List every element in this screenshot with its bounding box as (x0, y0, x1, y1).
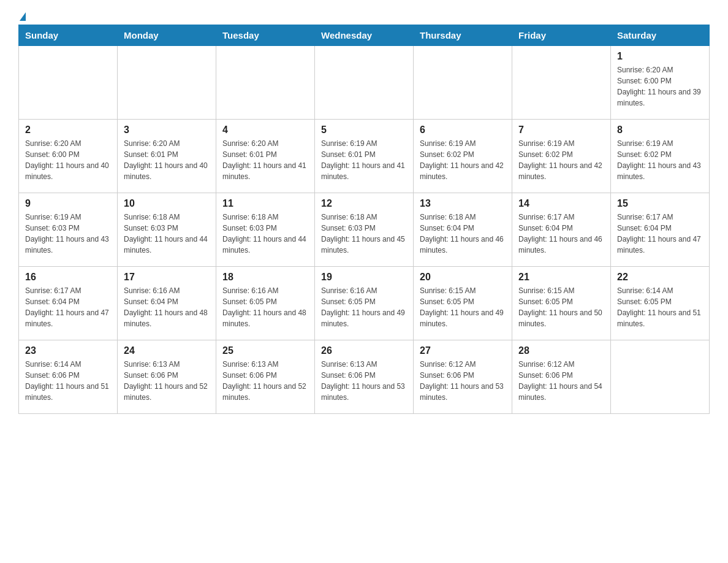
logo-triangle-icon (20, 12, 26, 21)
calendar-cell: 7Sunrise: 6:19 AM Sunset: 6:02 PM Daylig… (512, 120, 611, 193)
calendar-cell: 28Sunrise: 6:12 AM Sunset: 6:06 PM Dayli… (512, 340, 611, 414)
calendar-table: SundayMondayTuesdayWednesdayThursdayFrid… (18, 25, 710, 414)
day-number: 9 (25, 198, 111, 209)
day-of-week-header: Monday (118, 25, 216, 46)
day-number: 27 (420, 345, 506, 356)
calendar-week-row: 23Sunrise: 6:14 AM Sunset: 6:06 PM Dayli… (19, 340, 710, 414)
day-of-week-header: Friday (512, 25, 611, 46)
calendar-cell (611, 340, 710, 414)
day-of-week-header: Sunday (19, 25, 118, 46)
day-number: 11 (222, 198, 308, 209)
day-info: Sunrise: 6:17 AM Sunset: 6:04 PM Dayligh… (518, 212, 604, 256)
calendar-cell: 4Sunrise: 6:20 AM Sunset: 6:01 PM Daylig… (216, 120, 315, 193)
calendar-cell: 13Sunrise: 6:18 AM Sunset: 6:04 PM Dayli… (414, 193, 512, 267)
calendar-cell: 26Sunrise: 6:13 AM Sunset: 6:06 PM Dayli… (315, 340, 414, 414)
calendar-cell: 5Sunrise: 6:19 AM Sunset: 6:01 PM Daylig… (315, 120, 414, 193)
calendar-cell: 1Sunrise: 6:20 AM Sunset: 6:00 PM Daylig… (611, 46, 710, 120)
day-number: 28 (518, 345, 604, 356)
calendar-cell: 23Sunrise: 6:14 AM Sunset: 6:06 PM Dayli… (19, 340, 118, 414)
day-number: 3 (124, 124, 210, 136)
day-number: 19 (321, 272, 407, 283)
day-number: 5 (321, 124, 407, 136)
day-number: 21 (518, 272, 604, 283)
day-info: Sunrise: 6:20 AM Sunset: 6:00 PM Dayligh… (617, 64, 703, 109)
calendar-cell (19, 46, 118, 120)
day-info: Sunrise: 6:14 AM Sunset: 6:06 PM Dayligh… (25, 359, 111, 403)
day-info: Sunrise: 6:19 AM Sunset: 6:01 PM Dayligh… (321, 138, 407, 182)
day-info: Sunrise: 6:18 AM Sunset: 6:04 PM Dayligh… (420, 212, 506, 256)
day-of-week-header: Tuesday (216, 25, 315, 46)
day-info: Sunrise: 6:13 AM Sunset: 6:06 PM Dayligh… (321, 359, 407, 403)
day-number: 2 (25, 124, 111, 136)
day-info: Sunrise: 6:13 AM Sunset: 6:06 PM Dayligh… (124, 359, 210, 403)
calendar-cell: 9Sunrise: 6:19 AM Sunset: 6:03 PM Daylig… (19, 193, 118, 267)
day-info: Sunrise: 6:15 AM Sunset: 6:05 PM Dayligh… (420, 285, 506, 329)
day-info: Sunrise: 6:14 AM Sunset: 6:05 PM Dayligh… (617, 285, 703, 329)
day-number: 12 (321, 198, 407, 209)
day-info: Sunrise: 6:19 AM Sunset: 6:02 PM Dayligh… (420, 138, 506, 182)
day-of-week-header: Wednesday (315, 25, 414, 46)
calendar-cell: 24Sunrise: 6:13 AM Sunset: 6:06 PM Dayli… (118, 340, 216, 414)
calendar-cell (315, 46, 414, 120)
day-number: 13 (420, 198, 506, 209)
calendar-cell: 25Sunrise: 6:13 AM Sunset: 6:06 PM Dayli… (216, 340, 315, 414)
day-info: Sunrise: 6:16 AM Sunset: 6:05 PM Dayligh… (321, 285, 407, 329)
day-number: 16 (25, 272, 111, 283)
day-info: Sunrise: 6:18 AM Sunset: 6:03 PM Dayligh… (321, 212, 407, 256)
day-number: 8 (617, 124, 703, 136)
day-info: Sunrise: 6:19 AM Sunset: 6:02 PM Dayligh… (617, 138, 703, 182)
calendar-cell (118, 46, 216, 120)
day-number: 22 (617, 272, 703, 283)
day-info: Sunrise: 6:12 AM Sunset: 6:06 PM Dayligh… (518, 359, 604, 403)
day-info: Sunrise: 6:19 AM Sunset: 6:03 PM Dayligh… (25, 212, 111, 256)
calendar-cell: 11Sunrise: 6:18 AM Sunset: 6:03 PM Dayli… (216, 193, 315, 267)
calendar-cell: 16Sunrise: 6:17 AM Sunset: 6:04 PM Dayli… (19, 267, 118, 340)
day-number: 20 (420, 272, 506, 283)
calendar-cell: 19Sunrise: 6:16 AM Sunset: 6:05 PM Dayli… (315, 267, 414, 340)
calendar-cell: 8Sunrise: 6:19 AM Sunset: 6:02 PM Daylig… (611, 120, 710, 193)
calendar-cell: 22Sunrise: 6:14 AM Sunset: 6:05 PM Dayli… (611, 267, 710, 340)
day-info: Sunrise: 6:16 AM Sunset: 6:05 PM Dayligh… (222, 285, 308, 329)
day-number: 10 (124, 198, 210, 209)
day-number: 17 (124, 272, 210, 283)
day-number: 18 (222, 272, 308, 283)
day-number: 6 (420, 124, 506, 136)
day-number: 26 (321, 345, 407, 356)
calendar-header-row: SundayMondayTuesdayWednesdayThursdayFrid… (19, 25, 710, 46)
logo (18, 12, 26, 18)
day-info: Sunrise: 6:20 AM Sunset: 6:00 PM Dayligh… (25, 138, 111, 182)
day-info: Sunrise: 6:15 AM Sunset: 6:05 PM Dayligh… (518, 285, 604, 329)
day-info: Sunrise: 6:17 AM Sunset: 6:04 PM Dayligh… (617, 212, 703, 256)
calendar-cell: 10Sunrise: 6:18 AM Sunset: 6:03 PM Dayli… (118, 193, 216, 267)
day-info: Sunrise: 6:18 AM Sunset: 6:03 PM Dayligh… (124, 212, 210, 256)
page-header (18, 12, 710, 18)
day-number: 23 (25, 345, 111, 356)
day-number: 7 (518, 124, 604, 136)
calendar-cell: 14Sunrise: 6:17 AM Sunset: 6:04 PM Dayli… (512, 193, 611, 267)
calendar-cell: 21Sunrise: 6:15 AM Sunset: 6:05 PM Dayli… (512, 267, 611, 340)
calendar-cell: 27Sunrise: 6:12 AM Sunset: 6:06 PM Dayli… (414, 340, 512, 414)
calendar-cell: 20Sunrise: 6:15 AM Sunset: 6:05 PM Dayli… (414, 267, 512, 340)
day-info: Sunrise: 6:12 AM Sunset: 6:06 PM Dayligh… (420, 359, 506, 403)
day-info: Sunrise: 6:16 AM Sunset: 6:04 PM Dayligh… (124, 285, 210, 329)
day-info: Sunrise: 6:18 AM Sunset: 6:03 PM Dayligh… (222, 212, 308, 256)
day-info: Sunrise: 6:17 AM Sunset: 6:04 PM Dayligh… (25, 285, 111, 329)
calendar-cell (414, 46, 512, 120)
calendar-week-row: 2Sunrise: 6:20 AM Sunset: 6:00 PM Daylig… (19, 120, 710, 193)
day-info: Sunrise: 6:13 AM Sunset: 6:06 PM Dayligh… (222, 359, 308, 403)
calendar-cell: 3Sunrise: 6:20 AM Sunset: 6:01 PM Daylig… (118, 120, 216, 193)
day-number: 25 (222, 345, 308, 356)
day-number: 1 (617, 51, 703, 62)
calendar-week-row: 9Sunrise: 6:19 AM Sunset: 6:03 PM Daylig… (19, 193, 710, 267)
day-info: Sunrise: 6:20 AM Sunset: 6:01 PM Dayligh… (222, 138, 308, 182)
day-number: 14 (518, 198, 604, 209)
day-number: 15 (617, 198, 703, 209)
calendar-cell (512, 46, 611, 120)
calendar-cell: 18Sunrise: 6:16 AM Sunset: 6:05 PM Dayli… (216, 267, 315, 340)
day-number: 4 (222, 124, 308, 136)
calendar-cell: 15Sunrise: 6:17 AM Sunset: 6:04 PM Dayli… (611, 193, 710, 267)
calendar-cell: 2Sunrise: 6:20 AM Sunset: 6:00 PM Daylig… (19, 120, 118, 193)
day-info: Sunrise: 6:19 AM Sunset: 6:02 PM Dayligh… (518, 138, 604, 182)
calendar-cell (216, 46, 315, 120)
day-of-week-header: Saturday (611, 25, 710, 46)
